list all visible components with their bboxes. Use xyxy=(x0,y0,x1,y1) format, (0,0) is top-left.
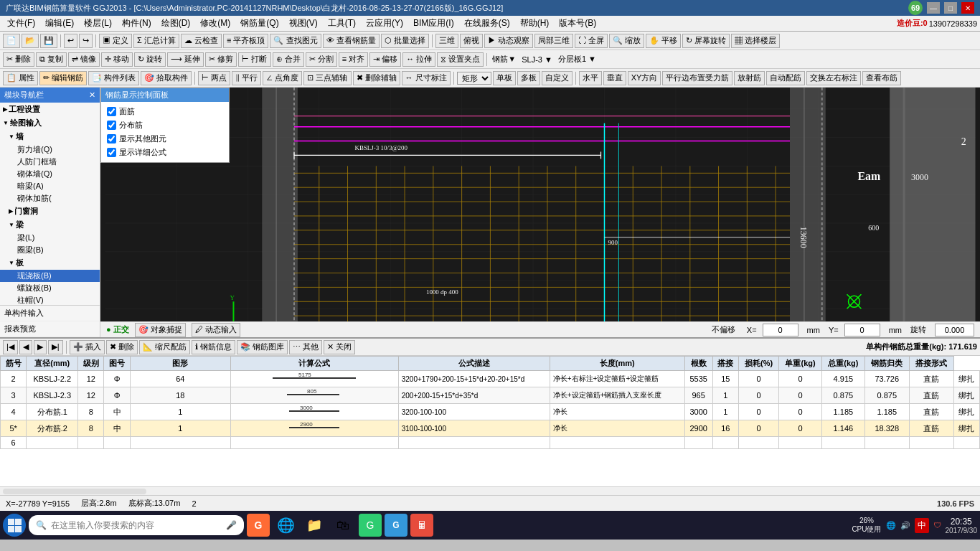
rotate-value[interactable] xyxy=(935,324,974,336)
horizontal-scrollbar[interactable] xyxy=(0,486,980,495)
nav-section-engineering[interactable]: ▶工程设置 xyxy=(0,103,100,116)
shape-select[interactable]: 矩形圆形 xyxy=(457,72,491,85)
3d-btn[interactable]: 三维 xyxy=(435,34,458,48)
local-3d-btn[interactable]: 局部三维 xyxy=(534,34,573,48)
nav-section-wall[interactable]: ▼墙 xyxy=(0,130,100,143)
steel-option-dist[interactable]: 分布筋 xyxy=(104,118,226,132)
align-btn[interactable]: ≡ 对齐 xyxy=(339,52,368,67)
dim-btn[interactable]: ↔ 尺寸标注 xyxy=(402,71,451,85)
nav-section-beam[interactable]: ▼梁 xyxy=(0,218,100,232)
view-rebar-btn[interactable]: 👁 查看钢筋量 xyxy=(323,34,380,48)
nav-item-civil-def-wall[interactable]: 人防门框墙 xyxy=(0,156,100,168)
search-input[interactable] xyxy=(51,520,222,530)
next-btn[interactable]: ▶ xyxy=(34,340,47,354)
rebar-info-btn[interactable]: ℹ 钢筋信息 xyxy=(192,340,235,354)
taskbar-app-gloda[interactable]: G xyxy=(247,514,270,537)
pick-component-btn[interactable]: 🎯 拾取构件 xyxy=(141,71,192,85)
scale-rebar-btn[interactable]: 📐 缩尺配筋 xyxy=(139,340,190,354)
menu-draw[interactable]: 绘图(D) xyxy=(157,16,195,31)
extend-btn[interactable]: ⟶ 延伸 xyxy=(167,52,204,67)
last-btn[interactable]: ▶| xyxy=(48,340,63,354)
delete-btn[interactable]: ✂ 删除 xyxy=(3,52,34,67)
table-row[interactable]: 2 KBSLJ-2.2 12 Φ 64 5175 3200+1790+200-1… xyxy=(1,371,980,387)
maximize-button[interactable]: □ xyxy=(944,2,957,14)
scroll-thumb[interactable] xyxy=(3,489,146,494)
find-element-btn[interactable]: 🔍 查找图元 xyxy=(270,34,321,48)
select-floor-btn[interactable]: ▦ 选择楼层 xyxy=(731,34,780,48)
cloud-check-btn[interactable]: ☁ 云检查 xyxy=(181,34,222,48)
first-btn[interactable]: |◀ xyxy=(3,340,18,354)
taskbar-app-edge[interactable]: 🌐 xyxy=(273,512,298,538)
canvas-area[interactable]: 钢筋显示控制面板 面筋 分布筋 显示其他图元 显示详细公式 xyxy=(100,88,980,337)
two-point-btn[interactable]: ⊢ 两点 xyxy=(198,71,230,85)
taskbar-app-explorer[interactable]: 📁 xyxy=(301,512,327,538)
menu-cloud[interactable]: 云应用(Y) xyxy=(362,16,407,31)
define-btn[interactable]: ▣ 定义 xyxy=(99,34,132,48)
nav-item-col-cap[interactable]: 柱帽(V) xyxy=(0,294,100,305)
close-panel-btn[interactable]: ✕ 关闭 xyxy=(324,340,355,354)
mirror-btn[interactable]: ⇌ 镜像 xyxy=(68,52,100,67)
cad-drawing[interactable]: KBSLJ-3 10/3@200 900 1000 dp 400 3000 60… xyxy=(100,88,980,337)
three-point-btn[interactable]: ⊡ 三点辅轴 xyxy=(303,71,351,85)
nav-close-icon[interactable]: ✕ xyxy=(89,90,95,100)
nav-item-cast-slab[interactable]: 现浇板(B) xyxy=(0,270,100,282)
nav-section-drawing[interactable]: ▼绘图输入 xyxy=(0,116,100,130)
rotate-btn[interactable]: ↻ 屏幕旋转 xyxy=(682,34,730,48)
nav-item-masonry-wall[interactable]: 砌体墙(Q) xyxy=(0,168,100,180)
view-layout-btn[interactable]: 查看布筋 xyxy=(862,71,901,85)
other-btn[interactable]: ⋯ 其他 xyxy=(289,340,322,354)
nav-section-slab[interactable]: ▼板 xyxy=(0,256,100,270)
x-value[interactable] xyxy=(763,324,798,336)
insert-btn[interactable]: ➕ 插入 xyxy=(70,340,105,354)
pan-btn[interactable]: ✋ 平移 xyxy=(646,34,681,48)
point-angle-btn[interactable]: ∠ 点角度 xyxy=(263,71,302,85)
copy-btn[interactable]: ⧉ 复制 xyxy=(36,52,67,67)
top-view-btn[interactable]: 俯视 xyxy=(460,34,483,48)
snap-btn[interactable]: 🎯 对象捕捉 xyxy=(135,323,186,337)
menu-version[interactable]: 版本号(B) xyxy=(555,16,600,31)
save-btn[interactable]: 💾 xyxy=(40,34,57,48)
y-coord-input[interactable] xyxy=(844,324,880,336)
y-value[interactable] xyxy=(844,324,880,336)
component-list-btn[interactable]: 📑 构件列表 xyxy=(88,71,139,85)
split-btn[interactable]: ✂ 分割 xyxy=(306,52,337,67)
new-btn[interactable]: 📄 xyxy=(3,34,20,48)
steel-option-other[interactable]: 显示其他图元 xyxy=(104,132,226,146)
nav-item-masonry-rebar[interactable]: 砌体加筋( xyxy=(0,192,100,204)
nav-section-door-window[interactable]: ▶门窗洞 xyxy=(0,204,100,218)
break-btn[interactable]: ⊢ 打断 xyxy=(238,52,270,67)
align-top-btn[interactable]: ≡ 平齐板顶 xyxy=(223,34,268,48)
taskbar-app-gcost[interactable]: G xyxy=(385,514,407,537)
nav-item-beam[interactable]: 梁(L) xyxy=(0,232,100,244)
steel-option-formula[interactable]: 显示详细公式 xyxy=(104,146,226,159)
nav-report[interactable]: 报表预览 xyxy=(0,321,100,337)
vertical-btn[interactable]: 垂直 xyxy=(603,71,626,85)
prev-btn[interactable]: ◀ xyxy=(19,340,32,354)
mode-indicator[interactable]: ● 正交 xyxy=(106,324,129,335)
minimize-button[interactable]: — xyxy=(927,2,940,14)
steel-dist-checkbox[interactable] xyxy=(107,121,116,130)
steel-other-checkbox[interactable] xyxy=(107,134,116,143)
edit-rebar-btn[interactable]: ✏ 编辑钢筋 xyxy=(39,71,87,85)
auto-config-btn[interactable]: 自动配筋 xyxy=(766,71,805,85)
set-grip-btn[interactable]: ⧖ 设置夹点 xyxy=(437,52,484,67)
custom-btn[interactable]: 自定义 xyxy=(542,71,573,85)
rebar-lib-btn[interactable]: 📚 钢筋图库 xyxy=(237,340,288,354)
steel-top-checkbox[interactable] xyxy=(107,107,116,116)
nav-single-comp[interactable]: 单构件输入 xyxy=(0,306,100,321)
open-btn[interactable]: 📂 xyxy=(22,34,39,48)
redo-btn[interactable]: ↪ xyxy=(79,34,93,48)
parallel-edge-btn[interactable]: 平行边布置受力筋 xyxy=(662,71,732,85)
trim-btn[interactable]: ✂ 修剪 xyxy=(205,52,237,67)
table-row[interactable]: 4 分布筋.1 8 中 1 3000 3200-100-100 净长 3000 … xyxy=(1,404,980,420)
voice-icon[interactable]: 🎤 xyxy=(226,520,237,530)
taskbar-app-store[interactable]: 🛍 xyxy=(330,512,356,538)
menu-rebar[interactable]: 钢筋量(Q) xyxy=(236,16,283,31)
table-row[interactable]: 5* 分布筋.2 8 中 1 2900 3100-100-100 净长 2900… xyxy=(1,420,980,437)
multi-board-btn[interactable]: 多板 xyxy=(517,71,540,85)
rotate2-btn[interactable]: ↻ 旋转 xyxy=(134,52,166,67)
undo-btn[interactable]: ↩ xyxy=(64,34,77,48)
offset-btn[interactable]: ⇥ 偏移 xyxy=(369,52,401,67)
property-btn[interactable]: 📋 属性 xyxy=(3,71,38,85)
volume-icon[interactable]: 🔊 xyxy=(900,521,910,530)
